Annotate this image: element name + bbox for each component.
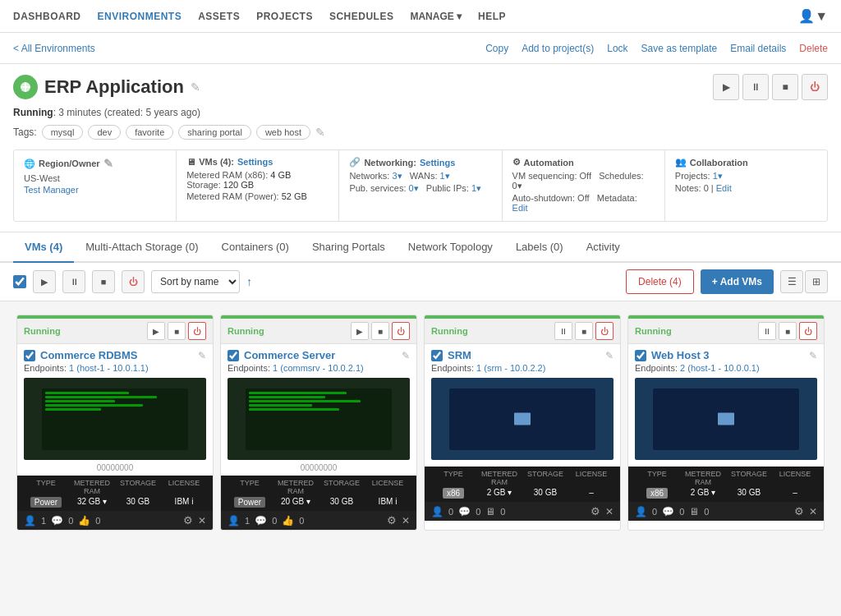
vm-close-icon-0[interactable]: ✕ (198, 515, 206, 526)
vm-gear-icon-3[interactable]: ⚙ (794, 505, 804, 517)
vm-pause-2[interactable]: ⏸ (554, 322, 572, 340)
copy-button[interactable]: Copy (485, 43, 508, 54)
tab-sharing-portals[interactable]: Sharing Portals (301, 232, 397, 263)
user-menu[interactable]: 👤▼ (798, 8, 828, 24)
nav-schedules[interactable]: SCHEDULES (329, 11, 394, 22)
tab-multi-attach-storage[interactable]: Multi-Attach Storage (0) (74, 232, 209, 263)
vm-endpoint-link-3[interactable]: 2 (host-1 - 10.0.0.1) (680, 363, 760, 373)
nav-projects[interactable]: PROJECTS (256, 11, 313, 22)
globe-icon: 🌐 (24, 159, 35, 169)
vm-screenshot-1[interactable] (227, 378, 410, 460)
vm-edit-icon-3[interactable]: ✎ (809, 350, 817, 361)
vm-power-3[interactable]: ⏻ (799, 322, 817, 340)
edit-region-icon[interactable]: ✎ (103, 157, 113, 170)
spec-ram-val-1[interactable]: 20 GB ▾ (273, 497, 318, 508)
tab-containers[interactable]: Containers (0) (210, 232, 301, 263)
vm-gear-icon-0[interactable]: ⚙ (183, 514, 193, 526)
select-all-checkbox[interactable] (13, 275, 26, 288)
vm-close-icon-1[interactable]: ✕ (402, 515, 410, 526)
vm-endpoint-link-2[interactable]: 1 (srm - 10.0.2.2) (476, 363, 545, 373)
edit-env-name-icon[interactable]: ✎ (191, 80, 200, 94)
add-to-project-button[interactable]: Add to project(s) (522, 43, 594, 54)
play-button[interactable]: ▶ (713, 74, 739, 100)
add-vms-button[interactable]: + Add VMs (701, 269, 774, 294)
vm-checkbox-1[interactable] (227, 350, 239, 361)
vm-play-1[interactable]: ▶ (351, 322, 369, 340)
vm-play-0[interactable]: ▶ (147, 322, 165, 340)
edit-tags-icon[interactable]: ✎ (315, 126, 325, 139)
vm-play-all[interactable]: ▶ (33, 270, 56, 293)
pub-services-link[interactable]: 0▾ (409, 183, 419, 193)
delete-env-button[interactable]: Delete (799, 43, 828, 54)
lock-button[interactable]: Lock (607, 43, 627, 54)
vm-stop-2[interactable]: ■ (575, 322, 593, 340)
vm-power-2[interactable]: ⏻ (595, 322, 614, 340)
projects-link[interactable]: 1▾ (713, 171, 723, 181)
vm-gear-icon-2[interactable]: ⚙ (591, 505, 600, 517)
vm-pause-all[interactable]: ⏸ (62, 270, 85, 293)
networking-settings-link[interactable]: Settings (420, 158, 455, 168)
tab-activity[interactable]: Activity (575, 232, 632, 263)
sort-select[interactable]: Sort by name Sort by status Sort by type (151, 270, 240, 293)
public-ips-link[interactable]: 1▾ (471, 183, 481, 193)
notes-edit-link[interactable]: Edit (716, 183, 732, 193)
stop-button[interactable]: ■ (772, 74, 798, 100)
vm-checkbox-0[interactable] (24, 350, 35, 361)
vm-checkbox-2[interactable] (431, 350, 443, 361)
metadata-edit-link[interactable]: Edit (512, 203, 528, 213)
vm-gear-icon-1[interactable]: ⚙ (387, 514, 397, 526)
list-view-button[interactable]: ☰ (780, 270, 803, 293)
vm-name-2[interactable]: SRM (448, 349, 471, 361)
save-as-template-button[interactable]: Save as template (641, 43, 718, 54)
tag-web-host[interactable]: web host (256, 125, 310, 140)
tag-mysql[interactable]: mysql (42, 125, 84, 140)
nav-manage[interactable]: MANAGE ▾ (410, 11, 462, 22)
vm-power-1[interactable]: ⏻ (392, 322, 410, 340)
networks-link[interactable]: 3▾ (392, 171, 402, 181)
grid-view-button[interactable]: ⊞ (805, 270, 828, 293)
power-button[interactable]: ⏻ (802, 74, 828, 100)
vm-edit-icon-1[interactable]: ✎ (402, 350, 410, 361)
email-details-button[interactable]: Email details (730, 43, 786, 54)
delete-selected-button[interactable]: Delete (4) (626, 269, 694, 294)
nav-environments[interactable]: ENVIRONMENTS (98, 11, 182, 22)
vm-endpoint-link-0[interactable]: 1 (host-1 - 10.0.1.1) (69, 363, 149, 373)
tag-dev[interactable]: dev (88, 125, 121, 140)
sort-direction-toggle[interactable]: ↑ (246, 275, 252, 288)
wans-link[interactable]: 1▾ (440, 171, 450, 181)
spec-ram-val-3[interactable]: 2 GB ▾ (681, 488, 725, 499)
nav-assets[interactable]: ASSETS (198, 11, 240, 22)
vm-name-0[interactable]: Commerce RDBMS (40, 349, 137, 361)
vm-name-1[interactable]: Commerce Server (244, 349, 335, 361)
vm-stop-0[interactable]: ■ (168, 322, 186, 340)
vm-power-0[interactable]: ⏻ (188, 322, 206, 340)
vm-edit-icon-0[interactable]: ✎ (198, 350, 206, 361)
spec-ram-val-0[interactable]: 32 GB ▾ (70, 497, 114, 508)
tag-favorite[interactable]: favorite (126, 125, 173, 140)
vms-settings-link[interactable]: Settings (237, 157, 273, 167)
tab-vms[interactable]: VMs (4) (13, 232, 74, 263)
test-manager-link[interactable]: Test Manager (24, 185, 166, 195)
spec-ram-val-2[interactable]: 2 GB ▾ (477, 488, 522, 499)
vm-screenshot-3[interactable] (635, 378, 817, 460)
nav-dashboard[interactable]: DASHBOARD (13, 11, 81, 22)
vm-close-icon-2[interactable]: ✕ (605, 506, 614, 517)
vm-screenshot-0[interactable] (24, 378, 206, 460)
vm-edit-icon-2[interactable]: ✎ (605, 350, 614, 361)
back-to-environments[interactable]: All Environments (13, 43, 95, 54)
vm-stop-3[interactable]: ■ (779, 322, 797, 340)
nav-help[interactable]: HELP (478, 11, 506, 22)
vm-endpoint-link-1[interactable]: 1 (commsrv - 10.0.2.1) (273, 363, 364, 373)
vm-pause-3[interactable]: ⏸ (758, 322, 776, 340)
vm-name-3[interactable]: Web Host 3 (651, 349, 710, 361)
tab-labels[interactable]: Labels (0) (504, 232, 575, 263)
vm-screenshot-2[interactable] (431, 378, 614, 460)
vm-power-all[interactable]: ⏻ (122, 270, 145, 293)
vm-checkbox-3[interactable] (635, 350, 646, 361)
vm-close-icon-3[interactable]: ✕ (809, 506, 817, 517)
vm-stop-all[interactable]: ■ (92, 270, 115, 293)
vm-stop-1[interactable]: ■ (371, 322, 389, 340)
pause-button[interactable]: ⏸ (742, 74, 769, 100)
tab-network-topology[interactable]: Network Topology (397, 232, 504, 263)
tag-sharing-portal[interactable]: sharing portal (178, 125, 251, 140)
